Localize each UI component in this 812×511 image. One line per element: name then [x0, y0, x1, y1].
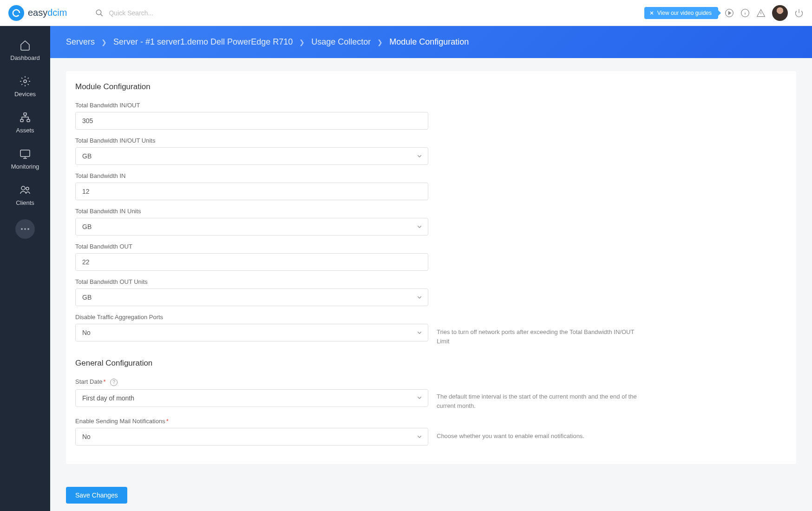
- svg-rect-7: [20, 150, 30, 157]
- home-icon: [19, 39, 31, 51]
- svg-rect-6: [27, 119, 30, 122]
- sidebar: Dashboard Devices Assets Monitoring Clie…: [0, 26, 50, 511]
- svg-point-0: [97, 10, 102, 15]
- label-disable-traffic-agg: Disable Traffic Aggregation Ports: [75, 314, 428, 321]
- select-total-bw-in-units[interactable]: GB: [75, 218, 428, 236]
- sidebar-item-monitoring[interactable]: Monitoring: [0, 143, 50, 175]
- main: Servers ❯ Server - #1 server1.demo Dell …: [50, 26, 812, 511]
- input-total-bw-out[interactable]: [75, 253, 428, 271]
- gear-icon: [19, 75, 31, 87]
- play-icon[interactable]: [725, 8, 734, 18]
- footer-actions: Save Changes: [50, 479, 812, 511]
- sidebar-item-devices[interactable]: Devices: [0, 71, 50, 102]
- module-section-title: Module Configuration: [75, 82, 787, 92]
- search-wrap: [95, 8, 225, 18]
- breadcrumb: Servers ❯ Server - #1 server1.demo Dell …: [50, 26, 812, 58]
- sidebar-item-label: Clients: [16, 199, 34, 206]
- hint-start-date: The default time interval is the start o…: [437, 378, 641, 410]
- label-total-bw-out-units: Total Bandwidth OUT Units: [75, 278, 428, 285]
- config-card: Module Configuration Total Bandwidth IN/…: [66, 71, 796, 464]
- breadcrumb-item-current: Module Configuration: [389, 37, 469, 47]
- input-total-bw-inout[interactable]: [75, 112, 428, 130]
- label-total-bw-inout: Total Bandwidth IN/OUT: [75, 102, 428, 109]
- sidebar-item-label: Assets: [16, 127, 34, 134]
- breadcrumb-item-servers[interactable]: Servers: [66, 37, 95, 47]
- general-section-title: General Configuration: [75, 359, 787, 368]
- sidebar-item-label: Dashboard: [10, 54, 40, 61]
- logo[interactable]: easydcim: [8, 5, 67, 21]
- chevron-right-icon: ❯: [377, 39, 383, 46]
- sidebar-item-label: Devices: [14, 91, 36, 98]
- search-icon[interactable]: [95, 8, 104, 18]
- chevron-right-icon: ❯: [299, 39, 305, 46]
- svg-rect-4: [24, 113, 26, 115]
- sidebar-item-clients[interactable]: Clients: [0, 179, 50, 211]
- input-total-bw-in[interactable]: [75, 183, 428, 200]
- select-total-bw-inout-units[interactable]: GB: [75, 147, 428, 165]
- monitor-icon: [19, 148, 31, 160]
- svg-point-3: [24, 80, 26, 83]
- select-enable-mail[interactable]: No: [75, 428, 428, 445]
- select-start-date[interactable]: First day of month: [75, 389, 428, 407]
- header-right: View our video guides: [644, 5, 804, 21]
- breadcrumb-item-collector[interactable]: Usage Collector: [311, 37, 371, 47]
- svg-point-10: [21, 228, 23, 230]
- power-icon[interactable]: [794, 8, 804, 18]
- breadcrumb-item-server[interactable]: Server - #1 server1.demo Dell PowerEdge …: [113, 37, 293, 47]
- logo-icon: [8, 5, 24, 21]
- label-enable-mail: Enable Sending Mail Notifications*: [75, 418, 428, 425]
- select-disable-traffic-agg[interactable]: No: [75, 324, 428, 341]
- save-button[interactable]: Save Changes: [66, 487, 127, 504]
- sidebar-item-assets[interactable]: Assets: [0, 107, 50, 138]
- sidebar-item-label: Monitoring: [11, 163, 39, 170]
- svg-rect-5: [20, 119, 23, 122]
- sidebar-more-button[interactable]: [15, 219, 35, 239]
- hint-enable-mail: Choose whether you want to enable email …: [437, 418, 641, 441]
- svg-point-8: [21, 186, 25, 190]
- video-guides-label: View our video guides: [657, 10, 712, 16]
- warning-icon[interactable]: [756, 8, 766, 18]
- content: Module Configuration Total Bandwidth IN/…: [50, 58, 812, 477]
- search-input[interactable]: [109, 9, 225, 17]
- info-icon[interactable]: [740, 8, 750, 18]
- label-total-bw-inout-units: Total Bandwidth IN/OUT Units: [75, 137, 428, 144]
- hint-disable-traffic-agg: Tries to turn off network ports after ex…: [437, 314, 641, 346]
- label-total-bw-in-units: Total Bandwidth IN Units: [75, 208, 428, 215]
- svg-point-9: [26, 187, 29, 190]
- sidebar-item-dashboard[interactable]: Dashboard: [0, 34, 50, 66]
- chevron-right-icon: ❯: [101, 39, 107, 46]
- svg-point-11: [24, 228, 26, 230]
- logo-text: easydcim: [28, 7, 67, 18]
- label-start-date: Start Date* ?: [75, 378, 428, 386]
- label-total-bw-out: Total Bandwidth OUT: [75, 243, 428, 250]
- svg-point-12: [27, 228, 29, 230]
- users-icon: [19, 184, 31, 196]
- network-icon: [19, 111, 31, 124]
- help-icon[interactable]: ?: [110, 379, 118, 386]
- avatar[interactable]: [772, 5, 788, 21]
- header: easydcim View our video guides: [0, 0, 812, 26]
- label-total-bw-in: Total Bandwidth IN: [75, 172, 428, 179]
- video-guides-button[interactable]: View our video guides: [644, 7, 718, 19]
- select-total-bw-out-units[interactable]: GB: [75, 288, 428, 306]
